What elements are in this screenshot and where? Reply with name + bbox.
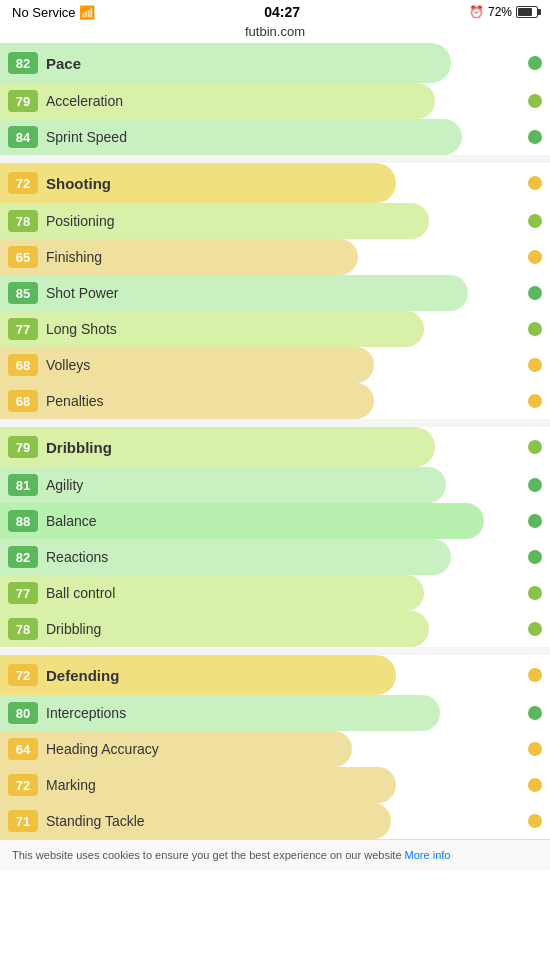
dribbling-stat-1-label: Balance	[46, 513, 542, 529]
shooting-stat-2-cap	[528, 286, 542, 300]
shooting-stat-0-label: Positioning	[46, 213, 542, 229]
battery-icon	[516, 6, 538, 18]
defending-category-cap	[528, 668, 542, 682]
carrier-signal: No Service 📶	[12, 5, 95, 20]
shooting-stat-5-cap	[528, 394, 542, 408]
shooting-stat-2-badge: 85	[8, 282, 38, 304]
dribbling-category-label: Dribbling	[46, 439, 542, 456]
status-bar: No Service 📶 04:27 ⏰ 72%	[0, 0, 550, 22]
pace-category: 82Pace	[0, 43, 550, 83]
pace-stat-0-cap	[528, 94, 542, 108]
defending-stat-3-label: Standing Tackle	[46, 813, 542, 829]
pace-stat-1: 84Sprint Speed	[0, 119, 550, 155]
url-text: futbin.com	[245, 24, 305, 39]
dribbling-stat-0-cap	[528, 478, 542, 492]
shooting-category: 72Shooting	[0, 163, 550, 203]
shooting-category-label: Shooting	[46, 175, 542, 192]
shooting-stat-5-label: Penalties	[46, 393, 542, 409]
dribbling-stat-4-cap	[528, 622, 542, 636]
shooting-stat-4-label: Volleys	[46, 357, 542, 373]
defending-stat-2-badge: 72	[8, 774, 38, 796]
dribbling-stat-0-badge: 81	[8, 474, 38, 496]
defending-category: 72Defending	[0, 655, 550, 695]
dribbling-stat-4: 78Dribbling	[0, 611, 550, 647]
defending-stat-1-cap	[528, 742, 542, 756]
defending-stat-2-cap	[528, 778, 542, 792]
defending-stat-0-label: Interceptions	[46, 705, 542, 721]
stats-content: 82Pace79Acceleration84Sprint Speed72Shoo…	[0, 43, 550, 839]
dribbling-stat-2-cap	[528, 550, 542, 564]
pace-stat-1-badge: 84	[8, 126, 38, 148]
pace-stat-0: 79Acceleration	[0, 83, 550, 119]
defending-stat-1: 64Heading Accuracy	[0, 731, 550, 767]
shooting-stat-4-cap	[528, 358, 542, 372]
dribbling-stat-0: 81Agility	[0, 467, 550, 503]
shooting-stat-3-badge: 77	[8, 318, 38, 340]
defending-stat-0-badge: 80	[8, 702, 38, 724]
shooting-stat-1-badge: 65	[8, 246, 38, 268]
dribbling-stat-3-cap	[528, 586, 542, 600]
cookie-text: This website uses cookies to ensure you …	[12, 848, 450, 863]
defending-stat-3-cap	[528, 814, 542, 828]
shooting-stat-5: 68Penalties	[0, 383, 550, 419]
pace-stat-0-badge: 79	[8, 90, 38, 112]
defending-stat-2-label: Marking	[46, 777, 542, 793]
dribbling-category: 79Dribbling	[0, 427, 550, 467]
pace-stat-1-label: Sprint Speed	[46, 129, 542, 145]
dribbling-stat-1: 88Balance	[0, 503, 550, 539]
shooting-stat-1-cap	[528, 250, 542, 264]
dribbling-stat-2-label: Reactions	[46, 549, 542, 565]
shooting-stat-3-label: Long Shots	[46, 321, 542, 337]
dribbling-category-cap	[528, 440, 542, 454]
alarm-icon: ⏰	[469, 5, 484, 19]
section-gap	[0, 647, 550, 655]
pace-category-label: Pace	[46, 55, 542, 72]
section-gap	[0, 155, 550, 163]
defending-category-label: Defending	[46, 667, 542, 684]
url-bar: futbin.com	[0, 22, 550, 43]
dribbling-stat-4-badge: 78	[8, 618, 38, 640]
defending-stat-0-cap	[528, 706, 542, 720]
cookie-bar: This website uses cookies to ensure you …	[0, 839, 550, 871]
dribbling-stat-4-label: Dribbling	[46, 621, 542, 637]
dribbling-stat-2-badge: 82	[8, 546, 38, 568]
shooting-category-cap	[528, 176, 542, 190]
defending-stat-2: 72Marking	[0, 767, 550, 803]
shooting-stat-1-label: Finishing	[46, 249, 542, 265]
dribbling-category-badge: 79	[8, 436, 38, 458]
dribbling-stat-1-cap	[528, 514, 542, 528]
pace-category-cap	[528, 56, 542, 70]
status-icons: ⏰ 72%	[469, 5, 538, 19]
shooting-stat-0: 78Positioning	[0, 203, 550, 239]
defending-category-badge: 72	[8, 664, 38, 686]
dribbling-stat-0-label: Agility	[46, 477, 542, 493]
pace-stat-0-label: Acceleration	[46, 93, 542, 109]
shooting-stat-1: 65Finishing	[0, 239, 550, 275]
defending-stat-1-badge: 64	[8, 738, 38, 760]
dribbling-stat-1-badge: 88	[8, 510, 38, 532]
shooting-stat-2: 85Shot Power	[0, 275, 550, 311]
dribbling-stat-3-label: Ball control	[46, 585, 542, 601]
dribbling-stat-3-badge: 77	[8, 582, 38, 604]
pace-category-badge: 82	[8, 52, 38, 74]
more-info-link[interactable]: More info	[405, 849, 451, 861]
defending-stat-0: 80Interceptions	[0, 695, 550, 731]
shooting-category-badge: 72	[8, 172, 38, 194]
dribbling-stat-3: 77Ball control	[0, 575, 550, 611]
shooting-stat-3-cap	[528, 322, 542, 336]
shooting-stat-3: 77Long Shots	[0, 311, 550, 347]
shooting-stat-4: 68Volleys	[0, 347, 550, 383]
battery-percent: 72%	[488, 5, 512, 19]
defending-stat-3: 71Standing Tackle	[0, 803, 550, 839]
shooting-stat-2-label: Shot Power	[46, 285, 542, 301]
shooting-stat-5-badge: 68	[8, 390, 38, 412]
shooting-stat-0-badge: 78	[8, 210, 38, 232]
section-gap	[0, 419, 550, 427]
defending-stat-1-label: Heading Accuracy	[46, 741, 542, 757]
clock: 04:27	[264, 4, 300, 20]
shooting-stat-0-cap	[528, 214, 542, 228]
pace-stat-1-cap	[528, 130, 542, 144]
shooting-stat-4-badge: 68	[8, 354, 38, 376]
defending-stat-3-badge: 71	[8, 810, 38, 832]
dribbling-stat-2: 82Reactions	[0, 539, 550, 575]
